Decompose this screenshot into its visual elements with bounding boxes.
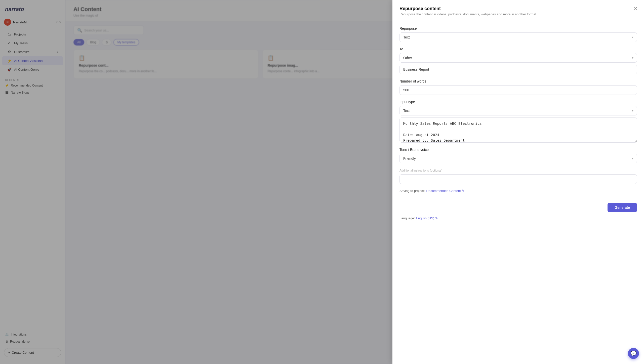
language-label: Language: <box>399 216 415 220</box>
chat-icon: 💬 <box>630 350 637 356</box>
number-of-words-group: Number of words <box>399 79 637 95</box>
to-label: To <box>399 47 637 51</box>
input-type-group: Input type Text URL File ▾ Monthly Sales… <box>399 100 637 143</box>
input-type-select[interactable]: Text URL File <box>399 106 637 115</box>
repurpose-label: Repurpose <box>399 26 637 30</box>
chat-bubble[interactable]: 💬 <box>628 348 639 359</box>
modal-body: Repurpose Text Video Podcast Document We… <box>392 20 644 199</box>
optional-label: (optional) <box>430 169 442 172</box>
language-edit-icon[interactable]: ✎ <box>435 216 438 220</box>
tone-select[interactable]: Friendly Professional Casual Formal Witt… <box>399 154 637 163</box>
tone-group: Tone / Brand voice Friendly Professional… <box>399 148 637 163</box>
modal-subtitle: Repurpose the content in videos, podcast… <box>399 12 637 16</box>
to-select-wrapper: Other Blog Post Social Media Newsletter … <box>399 53 637 63</box>
number-of-words-input[interactable] <box>399 85 637 95</box>
number-of-words-label: Number of words <box>399 79 637 83</box>
repurpose-select[interactable]: Text Video Podcast Document Webpage <box>399 32 637 42</box>
to-select[interactable]: Other Blog Post Social Media Newsletter … <box>399 53 637 63</box>
input-type-label: Input type <box>399 100 637 104</box>
edit-project-icon[interactable]: ✎ <box>462 189 464 193</box>
additional-instructions-group: Additional instructions (optional) <box>399 168 637 184</box>
modal-footer: Generate <box>392 199 644 216</box>
additional-instructions-label: Additional instructions (optional) <box>399 168 637 172</box>
tone-label: Tone / Brand voice <box>399 148 637 152</box>
to-group: To Other Blog Post Social Media Newslett… <box>399 47 637 74</box>
additional-instructions-input[interactable] <box>399 174 637 184</box>
input-type-select-wrapper: Text URL File ▾ <box>399 106 637 115</box>
saving-project-link[interactable]: Recommended Content ✎ <box>426 189 464 193</box>
language-value: English (US) <box>416 216 434 220</box>
text-content-input[interactable]: Monthly Sales Report: ABC Electronics Da… <box>399 117 637 143</box>
repurpose-group: Repurpose Text Video Podcast Document We… <box>399 26 637 42</box>
to-option-item[interactable]: Business Report <box>399 65 637 74</box>
language-info: Language: English (US) ✎ <box>392 216 644 224</box>
tone-select-wrapper: Friendly Professional Casual Formal Witt… <box>399 154 637 163</box>
repurpose-modal: Repurpose content Repurpose the content … <box>392 0 644 364</box>
close-button[interactable]: ✕ <box>632 5 639 12</box>
saving-to-label: Saving to project: <box>399 189 425 193</box>
language-link[interactable]: English (US) ✎ <box>416 216 438 220</box>
modal-title: Repurpose content <box>399 6 637 11</box>
modal-header: Repurpose content Repurpose the content … <box>392 0 644 20</box>
repurpose-select-wrapper: Text Video Podcast Document Webpage ▾ <box>399 32 637 42</box>
generate-button[interactable]: Generate <box>608 203 637 212</box>
project-name: Recommended Content <box>426 189 461 193</box>
saving-info: Saving to project: Recommended Content ✎ <box>399 189 637 193</box>
